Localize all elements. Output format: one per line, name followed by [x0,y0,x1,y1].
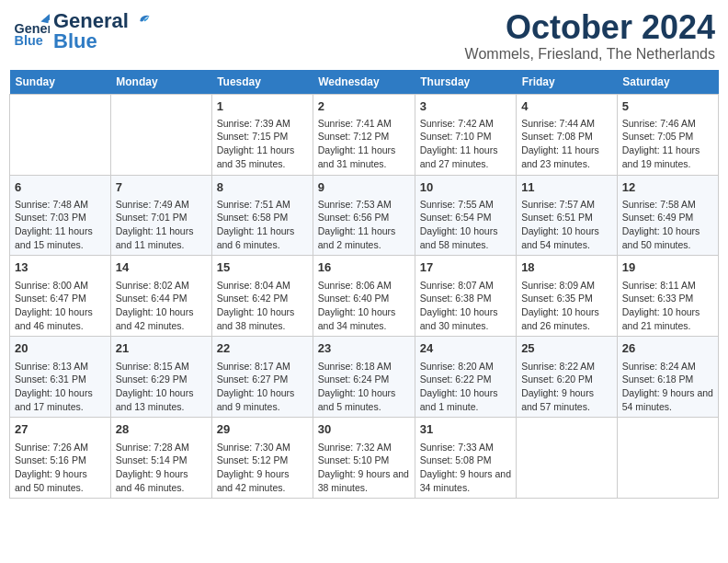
day-number: 8 [217,179,308,196]
calendar-header-row: SundayMondayTuesdayWednesdayThursdayFrid… [10,70,719,95]
day-info: Sunrise: 7:49 AM Sunset: 7:01 PM Dayligh… [116,198,207,252]
day-number: 21 [116,340,207,357]
day-info: Sunrise: 8:09 AM Sunset: 6:35 PM Dayligh… [521,279,612,333]
location-text: Wommels, Friesland, The Netherlands [465,46,715,63]
day-info: Sunrise: 7:26 AM Sunset: 5:16 PM Dayligh… [15,441,106,495]
calendar-cell: 16Sunrise: 8:06 AM Sunset: 6:40 PM Dayli… [313,256,415,337]
calendar-cell: 12Sunrise: 7:58 AM Sunset: 6:49 PM Dayli… [617,175,718,256]
calendar-cell: 8Sunrise: 7:51 AM Sunset: 6:58 PM Daylig… [211,175,313,256]
day-number: 15 [217,259,308,276]
day-number: 30 [318,421,410,438]
calendar-cell: 15Sunrise: 8:04 AM Sunset: 6:42 PM Dayli… [211,256,313,337]
calendar-cell: 17Sunrise: 8:07 AM Sunset: 6:38 PM Dayli… [415,256,516,337]
day-info: Sunrise: 7:44 AM Sunset: 7:08 PM Dayligh… [521,117,612,171]
day-info: Sunrise: 8:20 AM Sunset: 6:22 PM Dayligh… [420,360,511,414]
day-info: Sunrise: 7:51 AM Sunset: 6:58 PM Dayligh… [217,198,308,252]
day-info: Sunrise: 8:07 AM Sunset: 6:38 PM Dayligh… [420,279,511,333]
calendar-cell: 22Sunrise: 8:17 AM Sunset: 6:27 PM Dayli… [211,337,313,418]
day-info: Sunrise: 8:24 AM Sunset: 6:18 PM Dayligh… [622,360,713,414]
calendar-cell: 3Sunrise: 7:42 AM Sunset: 7:10 PM Daylig… [415,94,516,175]
calendar-cell: 30Sunrise: 7:32 AM Sunset: 5:10 PM Dayli… [313,418,415,499]
calendar-cell: 9Sunrise: 7:53 AM Sunset: 6:56 PM Daylig… [313,175,415,256]
calendar-cell: 31Sunrise: 7:33 AM Sunset: 5:08 PM Dayli… [415,418,516,499]
day-number: 24 [420,340,511,357]
day-info: Sunrise: 8:04 AM Sunset: 6:42 PM Dayligh… [217,279,308,333]
calendar-week-row: 20Sunrise: 8:13 AM Sunset: 6:31 PM Dayli… [10,337,719,418]
calendar-cell: 4Sunrise: 7:44 AM Sunset: 7:08 PM Daylig… [517,94,618,175]
calendar-cell: 21Sunrise: 8:15 AM Sunset: 6:29 PM Dayli… [110,337,211,418]
day-number: 12 [622,179,713,196]
day-number: 17 [420,259,511,276]
svg-marker-3 [45,13,50,20]
day-info: Sunrise: 7:58 AM Sunset: 6:49 PM Dayligh… [622,198,713,252]
day-info: Sunrise: 7:41 AM Sunset: 7:12 PM Dayligh… [318,117,410,171]
logo: General Blue General Blue [13,9,151,53]
calendar-cell [110,94,211,175]
calendar-cell: 14Sunrise: 8:02 AM Sunset: 6:44 PM Dayli… [110,256,211,337]
day-number: 22 [217,340,308,357]
day-info: Sunrise: 7:30 AM Sunset: 5:12 PM Dayligh… [217,441,308,495]
calendar-cell: 7Sunrise: 7:49 AM Sunset: 7:01 PM Daylig… [110,175,211,256]
day-info: Sunrise: 8:06 AM Sunset: 6:40 PM Dayligh… [318,279,410,333]
day-number: 28 [116,421,207,438]
day-number: 10 [420,179,511,196]
header-day-friday: Friday [517,70,618,95]
calendar-cell: 27Sunrise: 7:26 AM Sunset: 5:16 PM Dayli… [10,418,111,499]
calendar-cell: 11Sunrise: 7:57 AM Sunset: 6:51 PM Dayli… [517,175,618,256]
day-info: Sunrise: 8:17 AM Sunset: 6:27 PM Dayligh… [217,360,308,414]
page-header: General Blue General Blue October 2024 W… [9,9,719,63]
title-area: October 2024 Wommels, Friesland, The Net… [465,9,715,63]
day-number: 11 [521,179,612,196]
day-number: 29 [217,421,308,438]
calendar-cell: 19Sunrise: 8:11 AM Sunset: 6:33 PM Dayli… [617,256,718,337]
logo-bird-icon [131,11,151,31]
calendar-cell: 6Sunrise: 7:48 AM Sunset: 7:03 PM Daylig… [10,175,111,256]
day-number: 13 [15,259,106,276]
svg-text:Blue: Blue [15,33,43,48]
logo-icon: General Blue [13,13,50,50]
calendar-cell [517,418,618,499]
header-day-saturday: Saturday [617,70,718,95]
calendar-cell [10,94,111,175]
day-info: Sunrise: 7:53 AM Sunset: 6:56 PM Dayligh… [318,198,410,252]
calendar-cell: 5Sunrise: 7:46 AM Sunset: 7:05 PM Daylig… [617,94,718,175]
day-number: 3 [420,98,511,115]
header-day-thursday: Thursday [415,70,516,95]
day-number: 26 [622,340,713,357]
day-info: Sunrise: 8:15 AM Sunset: 6:29 PM Dayligh… [116,360,207,414]
calendar-cell: 13Sunrise: 8:00 AM Sunset: 6:47 PM Dayli… [10,256,111,337]
header-day-wednesday: Wednesday [313,70,415,95]
day-info: Sunrise: 7:33 AM Sunset: 5:08 PM Dayligh… [420,441,511,495]
calendar-cell: 10Sunrise: 7:55 AM Sunset: 6:54 PM Dayli… [415,175,516,256]
header-day-tuesday: Tuesday [211,70,313,95]
day-number: 14 [116,259,207,276]
day-number: 1 [217,98,308,115]
day-info: Sunrise: 8:18 AM Sunset: 6:24 PM Dayligh… [318,360,410,414]
day-info: Sunrise: 7:57 AM Sunset: 6:51 PM Dayligh… [521,198,612,252]
day-number: 2 [318,98,410,115]
calendar-week-row: 13Sunrise: 8:00 AM Sunset: 6:47 PM Dayli… [10,256,719,337]
day-info: Sunrise: 7:55 AM Sunset: 6:54 PM Dayligh… [420,198,511,252]
month-title: October 2024 [465,9,715,46]
day-number: 6 [15,179,106,196]
calendar-cell: 23Sunrise: 8:18 AM Sunset: 6:24 PM Dayli… [313,337,415,418]
day-info: Sunrise: 8:11 AM Sunset: 6:33 PM Dayligh… [622,279,713,333]
calendar-cell: 24Sunrise: 8:20 AM Sunset: 6:22 PM Dayli… [415,337,516,418]
day-number: 7 [116,179,207,196]
day-info: Sunrise: 8:02 AM Sunset: 6:44 PM Dayligh… [116,279,207,333]
day-number: 23 [318,340,410,357]
day-number: 5 [622,98,713,115]
calendar-cell: 28Sunrise: 7:28 AM Sunset: 5:14 PM Dayli… [110,418,211,499]
day-info: Sunrise: 7:48 AM Sunset: 7:03 PM Dayligh… [15,198,106,252]
calendar-cell: 18Sunrise: 8:09 AM Sunset: 6:35 PM Dayli… [517,256,618,337]
day-number: 19 [622,259,713,276]
calendar-cell: 2Sunrise: 7:41 AM Sunset: 7:12 PM Daylig… [313,94,415,175]
day-info: Sunrise: 7:39 AM Sunset: 7:15 PM Dayligh… [217,117,308,171]
calendar-cell: 20Sunrise: 8:13 AM Sunset: 6:31 PM Dayli… [10,337,111,418]
calendar-week-row: 6Sunrise: 7:48 AM Sunset: 7:03 PM Daylig… [10,175,719,256]
day-number: 18 [521,259,612,276]
day-number: 16 [318,259,410,276]
calendar-table: SundayMondayTuesdayWednesdayThursdayFrid… [9,70,719,500]
day-number: 25 [521,340,612,357]
calendar-cell: 29Sunrise: 7:30 AM Sunset: 5:12 PM Dayli… [211,418,313,499]
